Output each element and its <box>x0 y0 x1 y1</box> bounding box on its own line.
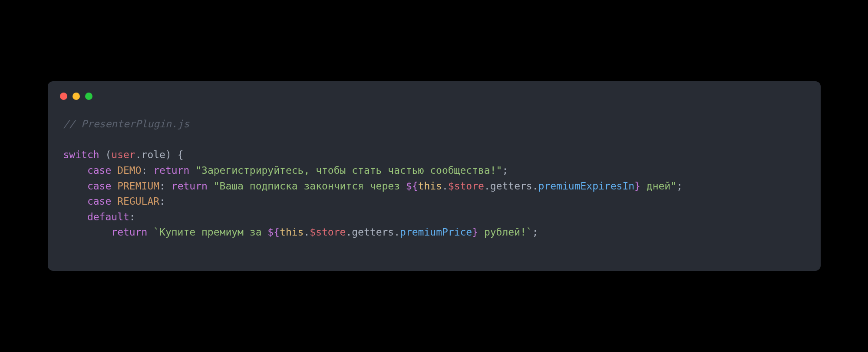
string-literal: "Ваша подписка закончится через <box>214 180 406 192</box>
punct: ) { <box>165 149 184 160</box>
indent <box>63 165 87 176</box>
punct: : <box>159 196 165 207</box>
keyword-return: return <box>172 180 208 192</box>
space <box>111 196 117 207</box>
prop-getters: getters <box>352 226 394 238</box>
space <box>111 165 117 176</box>
indent <box>63 211 87 222</box>
close-icon[interactable] <box>60 93 67 100</box>
this-keyword: this <box>418 180 442 192</box>
var-user: user <box>111 149 135 160</box>
this-keyword: this <box>280 226 304 238</box>
punct: . <box>304 226 310 238</box>
template-string: `Купите премиум за <box>153 226 267 238</box>
template-close: } <box>472 226 478 238</box>
keyword-return: return <box>153 165 189 176</box>
template-open: ${ <box>406 180 418 192</box>
space <box>111 180 117 192</box>
space <box>147 226 153 238</box>
string-literal: дней" <box>640 180 677 192</box>
code-window: // PresenterPlugin.js switch (user.role)… <box>48 81 821 271</box>
keyword-case: case <box>87 165 111 176</box>
punct: ( <box>99 149 112 160</box>
punct: . <box>346 226 352 238</box>
window-titlebar <box>48 81 821 108</box>
keyword-default: default <box>87 211 129 222</box>
zoom-icon[interactable] <box>85 93 92 100</box>
template-open: ${ <box>267 226 280 238</box>
template-close: } <box>634 180 640 192</box>
prop-role: role <box>142 149 165 160</box>
punct: . <box>442 180 448 192</box>
string-literal: "Зарегистрируйтесь, чтобы стать частью с… <box>195 165 502 176</box>
template-string: рублей!` <box>478 226 532 238</box>
punct: : <box>129 211 135 222</box>
space <box>208 180 214 192</box>
keyword-case: case <box>87 196 111 207</box>
indent <box>63 226 112 238</box>
keyword-return: return <box>111 226 147 238</box>
minimize-icon[interactable] <box>73 93 80 100</box>
punct: . <box>135 149 142 160</box>
indent <box>63 180 87 192</box>
code-comment: // PresenterPlugin.js <box>63 118 190 130</box>
punct: ; <box>502 165 508 176</box>
code-block: // PresenterPlugin.js switch (user.role)… <box>48 108 821 240</box>
const-regular: REGULAR <box>117 196 159 207</box>
prop-premiumprice: premiumPrice <box>400 226 472 238</box>
punct: . <box>394 226 400 238</box>
prop-store: $store <box>310 226 346 238</box>
blank-line <box>63 132 805 148</box>
keyword-switch: switch <box>63 149 99 160</box>
punct: : <box>142 165 154 176</box>
punct: . <box>532 180 538 192</box>
punct: : <box>159 180 172 192</box>
space <box>189 165 195 176</box>
keyword-case: case <box>87 180 111 192</box>
const-premium: PREMIUM <box>117 180 159 192</box>
indent <box>63 196 87 207</box>
prop-getters: getters <box>490 180 532 192</box>
punct: ; <box>532 226 538 238</box>
punct: . <box>484 180 490 192</box>
punct: ; <box>677 180 683 192</box>
const-demo: DEMO <box>117 165 141 176</box>
prop-premiumexpires: premiumExpiresIn <box>538 180 635 192</box>
prop-store: $store <box>448 180 484 192</box>
